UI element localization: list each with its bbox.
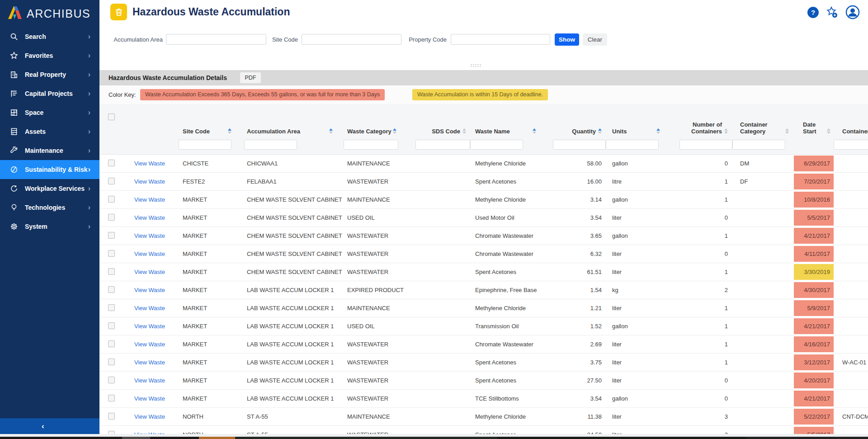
sidebar-item-technologies[interactable]: Technologies › xyxy=(0,198,99,217)
sds-code-cell xyxy=(409,191,470,209)
container-code-cell xyxy=(834,281,868,299)
row-checkbox[interactable] xyxy=(108,268,115,275)
sort-icon[interactable] xyxy=(533,128,536,134)
waste-name-cell: Methylene Chloride xyxy=(470,155,547,173)
view-waste-link[interactable]: View Waste xyxy=(134,377,165,384)
sidebar-item-sustainability-risk[interactable]: Sustainability & Risk › xyxy=(0,160,99,179)
row-checkbox[interactable] xyxy=(108,214,115,221)
sidebar-item-search[interactable]: Search › xyxy=(0,27,99,46)
chevron-right-icon: › xyxy=(88,146,90,155)
units-cell: gallon xyxy=(606,191,669,209)
sidebar-item-space[interactable]: Space › xyxy=(0,103,99,122)
pdf-button[interactable]: PDF xyxy=(240,72,261,83)
container-column-filter[interactable] xyxy=(834,140,868,150)
view-waste-link[interactable]: View Waste xyxy=(134,287,165,293)
waste-category-cell: WASTEWATER xyxy=(344,372,409,390)
site-code-column-filter[interactable] xyxy=(179,140,231,150)
row-checkbox[interactable] xyxy=(108,250,115,257)
date-start-cell: 4/21/2017 xyxy=(794,318,834,334)
row-checkbox[interactable] xyxy=(108,377,115,383)
help-icon[interactable]: ? xyxy=(807,7,819,18)
waste-category-cell: WASTEWATER xyxy=(344,245,409,263)
sort-icon[interactable] xyxy=(656,128,660,134)
view-waste-link[interactable]: View Waste xyxy=(134,160,165,167)
waste-category-cell: WASTEWATER xyxy=(344,390,409,408)
add-favorite-icon[interactable] xyxy=(826,6,838,20)
sort-icon[interactable] xyxy=(329,128,333,134)
row-checkbox[interactable] xyxy=(108,232,115,239)
sidebar-item-system[interactable]: System › xyxy=(0,217,99,236)
sidebar-item-capital-projects[interactable]: Capital Projects › xyxy=(0,84,99,103)
sidebar-item-real-property[interactable]: Real Property › xyxy=(0,65,99,84)
row-checkbox[interactable] xyxy=(108,395,115,401)
sort-icon[interactable] xyxy=(785,128,789,134)
waste-category-column-filter[interactable] xyxy=(344,140,398,150)
hazardous-waste-icon xyxy=(110,4,127,20)
archibus-logo[interactable]: ARCHIBUS xyxy=(0,0,99,27)
panel-resize-handle[interactable] xyxy=(470,64,482,67)
show-button[interactable]: Show xyxy=(555,33,579,46)
row-checkbox[interactable] xyxy=(108,196,115,203)
user-avatar[interactable] xyxy=(845,5,860,21)
accumulation-area-label: Accumulation Area xyxy=(99,33,163,46)
sort-icon[interactable] xyxy=(827,128,830,134)
view-waste-link[interactable]: View Waste xyxy=(134,341,165,348)
sort-icon[interactable] xyxy=(598,128,602,134)
row-checkbox[interactable] xyxy=(108,340,115,347)
row-checkbox[interactable] xyxy=(108,178,115,184)
sort-icon[interactable] xyxy=(228,128,231,134)
view-waste-link[interactable]: View Waste xyxy=(134,395,165,402)
row-checkbox[interactable] xyxy=(108,160,115,166)
container-category-column-filter[interactable] xyxy=(732,140,785,150)
sidebar-item-favorites[interactable]: Favorites › xyxy=(0,46,99,65)
row-checkbox[interactable] xyxy=(108,359,115,365)
view-waste-link[interactable]: View Waste xyxy=(134,196,165,203)
sort-icon[interactable] xyxy=(724,128,728,134)
containers-column-filter[interactable] xyxy=(679,140,732,150)
accumulation-area-cell: LAB WASTE ACCUM LOCKER 1 xyxy=(244,354,344,372)
view-waste-link[interactable]: View Waste xyxy=(134,232,165,239)
color-key-red-badge: Waste Accumulation Exceeds 365 Days, Exc… xyxy=(140,89,385,100)
sds-code-column-filter[interactable] xyxy=(415,140,470,150)
property-code-input[interactable] xyxy=(451,34,550,45)
select-all-checkbox[interactable] xyxy=(108,113,115,120)
quantity-column-filter[interactable] xyxy=(553,140,606,150)
units-cell: liter xyxy=(606,354,669,372)
containers-cell: 1 xyxy=(669,227,732,245)
row-checkbox[interactable] xyxy=(108,286,115,293)
accumulation-area-column-filter[interactable] xyxy=(244,140,297,150)
view-waste-link[interactable]: View Waste xyxy=(134,269,165,275)
view-waste-link[interactable]: View Waste xyxy=(134,359,165,366)
sidebar-collapse-button[interactable]: ‹ xyxy=(0,418,99,434)
view-waste-link[interactable]: View Waste xyxy=(134,305,165,312)
row-checkbox[interactable] xyxy=(108,304,115,311)
site-code-cell: MARKET xyxy=(179,354,244,372)
table-row: View WasteMARKETCHEM WASTE SOLVENT CABIN… xyxy=(99,191,868,209)
view-waste-link[interactable]: View Waste xyxy=(134,413,165,420)
details-panel-header: Hazardous Waste Accumulation Details PDF xyxy=(99,70,868,85)
table-row: View WasteMARKETLAB WASTE ACCUM LOCKER 1… xyxy=(99,390,868,408)
waste-name-cell: TCE Stillbottoms xyxy=(470,390,547,408)
property-code-label: Property Code xyxy=(366,33,447,46)
table-row: View WasteMARKETLAB WASTE ACCUM LOCKER 1… xyxy=(99,281,868,299)
gear-icon xyxy=(10,222,18,231)
view-waste-link[interactable]: View Waste xyxy=(134,214,165,221)
view-waste-link[interactable]: View Waste xyxy=(134,250,165,257)
table-filter-row xyxy=(99,139,868,155)
sort-icon[interactable] xyxy=(393,128,396,134)
clear-button[interactable]: Clear xyxy=(583,33,607,46)
view-waste-link[interactable]: View Waste xyxy=(134,323,165,330)
row-checkbox[interactable] xyxy=(108,322,115,329)
row-checkbox[interactable] xyxy=(108,413,115,420)
containers-cell: 0 xyxy=(669,155,732,173)
view-waste-link[interactable]: View Waste xyxy=(134,178,165,185)
site-code-cell: MARKET xyxy=(179,191,244,209)
sidebar-item-maintenance[interactable]: Maintenance › xyxy=(0,141,99,160)
waste-name-cell: Methylene Chloride xyxy=(470,299,547,317)
units-column-filter[interactable] xyxy=(606,140,659,150)
sort-icon[interactable] xyxy=(462,128,466,134)
star-icon xyxy=(10,52,18,60)
waste-name-column-filter[interactable] xyxy=(470,140,523,150)
sidebar-item-assets[interactable]: Assets › xyxy=(0,122,99,141)
sidebar-item-workplace-services[interactable]: Workplace Services › xyxy=(0,179,99,198)
